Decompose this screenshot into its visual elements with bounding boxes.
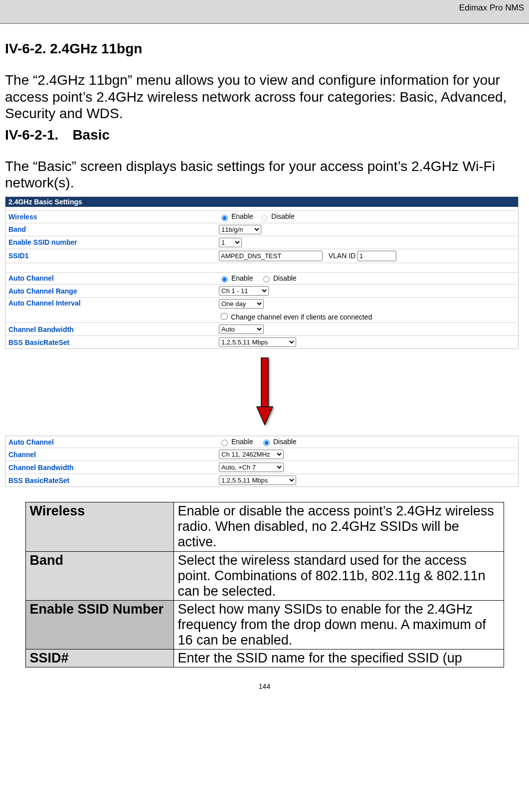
desc-enable-ssid-number-text: Select how many SSIDs to enable for the … <box>174 600 504 649</box>
enable-ssid-number-select[interactable]: 1 <box>219 238 242 247</box>
auto-channel2-enable-label: Enable <box>231 438 253 446</box>
auto-channel-interval-select[interactable]: One day <box>219 299 264 309</box>
desc-enable-ssid-number-label: Enable SSID Number <box>25 600 174 649</box>
auto-channel-label: Auto Channel <box>5 272 216 284</box>
channel-bandwidth2-label: Channel Bandwidth <box>5 461 216 474</box>
auto-channel-interval-label: Auto Channel Interval <box>5 298 216 323</box>
bss-basic-rate-set-label: BSS BasicRateSet <box>5 336 216 349</box>
page-number: 144 <box>5 682 524 695</box>
bss-basic-rate-set2-label: BSS BasicRateSet <box>5 474 216 487</box>
vlan-id-label: VLAN ID <box>329 252 355 260</box>
auto-channel2-disable-radio[interactable] <box>263 440 270 446</box>
description-table: Wireless Enable or disable the access po… <box>25 502 504 667</box>
wireless-disable-label: Disable <box>271 212 295 220</box>
band-select[interactable]: 11b/g/n <box>219 225 261 234</box>
wireless-enable-radio[interactable] <box>221 215 228 221</box>
vlan-id-input[interactable] <box>357 251 396 261</box>
auto-channel-range-label: Auto Channel Range <box>5 285 216 298</box>
svg-marker-1 <box>257 407 273 425</box>
page-top-bar: Edimax Pro NMS <box>0 0 529 24</box>
subsection-title: IV-6-2-1. Basic <box>5 127 524 143</box>
product-header: Edimax Pro NMS <box>459 3 524 13</box>
auto-channel2-enable-radio[interactable] <box>221 440 228 446</box>
enable-ssid-number-label: Enable SSID number <box>5 236 216 249</box>
panel-header: 2.4GHz Basic Settings <box>5 197 518 207</box>
subsection-intro: The “Basic” screen displays basic settin… <box>5 158 524 191</box>
band-label: Band <box>5 223 216 236</box>
auto-channel-enable-radio[interactable] <box>221 276 228 283</box>
desc-wireless-label: Wireless <box>25 502 174 551</box>
panel-auto-channel-disabled: Auto Channel Enable Disable Channel Ch 1… <box>5 436 519 487</box>
change-channel-label: Change channel even if clients are conne… <box>231 313 372 321</box>
desc-ssid-num-text: Enter the SSID name for the specified SS… <box>174 649 504 667</box>
auto-channel-disable-label: Disable <box>273 274 297 282</box>
channel2-select[interactable]: Ch 11, 2462MHz <box>219 450 284 459</box>
svg-rect-0 <box>261 358 268 408</box>
wireless-enable-label: Enable <box>231 212 253 220</box>
bss-basic-rate-set-select[interactable]: 1,2,5.5,11 Mbps <box>219 337 296 347</box>
auto-channel-range-select[interactable]: Ch 1 - 11 <box>219 286 269 296</box>
desc-band-label: Band <box>25 551 174 600</box>
channel2-label: Channel <box>5 448 216 461</box>
panel-basic-settings: 2.4GHz Basic Settings Wireless Enable Di… <box>5 196 519 349</box>
ssid1-input[interactable] <box>219 251 323 261</box>
ssid1-label: SSID1 <box>5 249 216 263</box>
settings-table-1: Wireless Enable Disable Band 11b/g/n Ena… <box>5 207 518 348</box>
auto-channel2-label: Auto Channel <box>5 436 216 448</box>
change-channel-checkbox[interactable] <box>221 313 227 320</box>
arrow-down-icon <box>5 357 524 429</box>
desc-wireless-text: Enable or disable the access point’s 2.4… <box>174 502 504 551</box>
wireless-label: Wireless <box>5 211 216 223</box>
settings-table-2: Auto Channel Enable Disable Channel Ch 1… <box>5 436 518 487</box>
wireless-disable-radio[interactable] <box>261 215 268 221</box>
auto-channel2-disable-label: Disable <box>273 438 297 446</box>
section-title: IV-6-2. 2.4GHz 11bgn <box>5 41 524 57</box>
channel-bandwidth-label: Channel Bandwidth <box>5 323 216 336</box>
auto-channel-disable-radio[interactable] <box>263 276 270 283</box>
bss-basic-rate-set2-select[interactable]: 1,2,5.5,11 Mbps <box>219 476 296 485</box>
auto-channel-enable-label: Enable <box>231 274 253 282</box>
desc-ssid-num-label: SSID# <box>25 649 174 667</box>
desc-band-text: Select the wireless standard used for th… <box>174 551 504 600</box>
section-intro: The “2.4GHz 11bgn” menu allows you to vi… <box>5 72 524 122</box>
channel-bandwidth-select[interactable]: Auto <box>219 325 264 334</box>
channel-bandwidth2-select[interactable]: Auto, +Ch 7 <box>219 463 284 472</box>
